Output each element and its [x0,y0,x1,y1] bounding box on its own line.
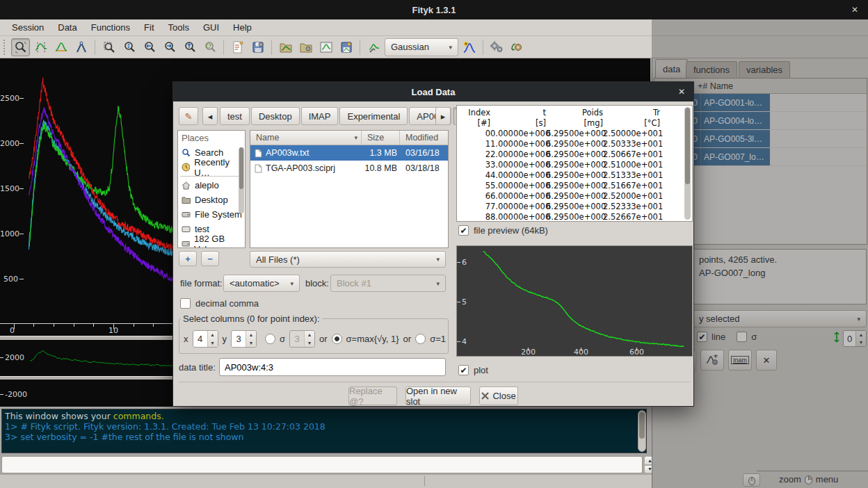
decimal-comma-checkbox[interactable] [180,298,191,309]
shift-spinner[interactable]: 0 ▲▼ [843,330,867,347]
zoom-left-button[interactable] [140,38,159,56]
data-title-input[interactable] [219,358,446,376]
column-header-size[interactable]: Size [362,131,400,145]
places-volume[interactable]: 182 GB Vol… [178,236,245,248]
dataset-info-title: AP-GO007_long [699,266,866,279]
menu-tools[interactable]: Tools [162,21,195,34]
sigma-checkbox[interactable] [737,332,747,342]
rename-dataset-button[interactable]: Inam [728,350,752,371]
data-title-label: data title: [179,362,216,373]
path-segment-experimental[interactable]: Experimental [339,107,408,125]
file-row[interactable]: TGA-AP003.sciprj 10.8 MB 03/18/18 [250,161,448,176]
zoom-right-icon [163,40,177,54]
load-data-custom-button[interactable] [296,38,315,56]
path-segment-imap[interactable]: IMAP [301,107,339,125]
aux1-label: 2000 [5,353,24,362]
zoom-all-icon [102,40,116,54]
session-log-button[interactable] [228,38,247,56]
x-column-spinner[interactable]: 4 ▲▼ [193,330,218,348]
menu-help[interactable]: Help [227,21,258,34]
menu-gui[interactable]: GUI [197,21,225,34]
function-type-combo[interactable]: Gaussian ▾ [385,38,458,56]
sigma-column-radio[interactable] [265,334,275,344]
preview-data-row: 66.00000e+0006.29500e+0002.52000e+001 [457,191,692,202]
file-row-selected[interactable]: AP003w.txt 1.3 MB 03/16/18 [250,145,448,161]
menu-session[interactable]: Session [6,21,50,34]
file-filter-combo[interactable]: All Files (*) ▾ [250,251,446,268]
file-preview-checkbox[interactable]: ✔ [458,225,469,236]
sigma-one-radio[interactable] [415,334,426,344]
block-combo[interactable]: Block #1 ▾ [330,275,446,292]
plot-checkbox[interactable]: ✔ [458,365,469,375]
drive-icon [182,210,191,219]
open-in-new-slot-button[interactable]: Open in new slot [405,387,471,405]
add-peak-mode-button[interactable] [51,38,70,56]
tab-variables[interactable]: variables [739,61,790,78]
fit-run-button[interactable] [488,38,506,56]
places-scrollbar[interactable] [239,147,244,213]
line-checkbox[interactable]: ✔ [697,332,707,342]
command-output[interactable]: This window shows your commands. 1> # Fi… [1,409,647,453]
mouse-config-button[interactable] [743,473,760,487]
command-line-2: 1> # Fityk script. Fityk version: 1.3.1.… [5,421,643,432]
zoom-all-button[interactable] [99,38,118,56]
zoom-right-button[interactable] [160,38,179,56]
preview-scrollbar[interactable] [684,107,691,220]
y-column-spinner[interactable]: 3 ▲▼ [231,330,257,348]
range-mode-button[interactable] [31,38,50,56]
add-place-button[interactable]: + [179,251,197,266]
tab-functions[interactable]: functions [686,61,737,78]
sigma-one-label: σ=1 [430,334,446,344]
places-desktop[interactable]: Desktop [178,193,245,207]
menu-functions[interactable]: Functions [85,21,136,34]
tab-data[interactable]: data [655,59,688,78]
spin-up-icon: ▲ [246,331,256,339]
close-icon: ✕ [763,355,771,366]
sigma-sqrt-radio[interactable] [332,334,342,344]
preview-xtick-200: 200 [521,348,536,357]
dialog-close-button[interactable]: ✕ [678,87,685,97]
fit-undo-button[interactable] [508,38,527,56]
command-input[interactable] [1,456,643,473]
save-image-button[interactable] [337,38,355,56]
path-segment-test[interactable]: test [220,107,250,125]
places-filesystem[interactable]: File System [178,207,245,222]
path-back-button[interactable]: ◂ [202,107,218,125]
window-close-button[interactable]: ✕ [849,3,861,16]
delete-dataset-button[interactable]: ✕ [756,350,777,371]
path-forward-button[interactable]: ▸ [435,107,451,125]
add-vline-mode-button[interactable] [72,38,90,56]
type-location-button[interactable]: ✎ [179,107,198,125]
zoom-mode-button[interactable] [11,38,30,56]
replace-button[interactable]: Replace @? [348,387,397,405]
command-scrollbar[interactable] [638,410,646,452]
dataset-info-points: points, 4265 active. [699,253,866,266]
remove-place-button[interactable]: − [201,251,219,266]
zoom-up-button[interactable] [180,38,199,56]
zoom-previous-button[interactable] [200,38,219,56]
export-plot-button[interactable] [316,38,335,56]
menu-data[interactable]: Data [51,21,83,34]
data-transform-button[interactable] [364,38,383,56]
main-ytick-1000: 1000 [0,229,18,238]
zoom-vertical-button[interactable] [120,38,138,56]
column-header-name[interactable]: Name ▾ [250,131,362,145]
places-recent[interactable]: Recently U… [178,160,245,174]
preview-plot-canvas[interactable] [457,246,692,356]
floppy-gear-icon [251,40,265,54]
save-session-button[interactable] [248,38,267,56]
close-button[interactable]: Close [479,387,518,405]
copy-function-button[interactable] [700,350,724,371]
red-dataset [29,78,188,254]
sigma-column-spinner[interactable]: 3 ▲▼ [289,330,315,348]
path-segment-desktop[interactable]: Desktop [251,107,300,125]
add-function-button[interactable] [460,38,479,56]
preview-plot[interactable]: 6 5 4 200 400 600 [456,245,693,357]
file-preview-table[interactable]: IndextPoidsTr [#][s][mg][°C] 00.00000e+0… [456,105,693,222]
load-data-dialog: Load Data ✕ ✎ ◂ test Desktop IMAP Experi… [172,81,694,407]
places-home[interactable]: aleplo [178,178,245,193]
column-header-modified[interactable]: Modified [400,131,448,145]
menu-fit[interactable]: Fit [138,21,160,34]
load-data-button[interactable] [276,38,295,56]
file-format-combo[interactable]: <automatic> ▾ [223,275,300,292]
